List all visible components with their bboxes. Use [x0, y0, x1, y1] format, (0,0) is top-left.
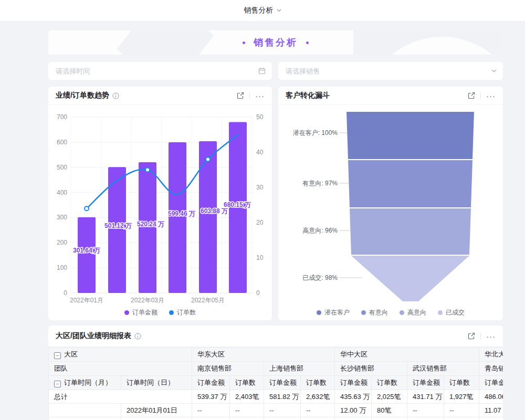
value-cell: -- [230, 404, 264, 417]
value-cell: 2,025笔 [372, 390, 407, 404]
funnel-segment[interactable] [348, 160, 472, 207]
funnel-segment[interactable] [351, 256, 469, 301]
team-name-cell: 青岛销售部 [479, 362, 503, 376]
time-filter-input[interactable] [55, 67, 258, 76]
funnel-segment[interactable] [346, 112, 474, 159]
calendar-icon[interactable] [258, 67, 266, 75]
funnel-chart-svg: 潜在客户: 100%有意向: 97%高意向: 96%已成交: 98% [278, 105, 503, 321]
value-cell: 2,632笔 [301, 390, 335, 404]
amount-header-cell: 订单金额 [335, 376, 372, 390]
sales-filter-select[interactable] [285, 67, 491, 76]
legend-item[interactable]: 已成交 [438, 308, 465, 317]
export-icon[interactable] [468, 92, 475, 99]
amount-header-cell: 订单金额 [479, 376, 503, 390]
day-cell: 2022年01月01日 [121, 404, 192, 417]
legend-label: 订单数 [177, 308, 196, 317]
bar-value-label: 501.12 万 [104, 222, 132, 229]
table-card: 大区/团队业绩明细报表 ··· −大区华东大区华中大区华北大区团队南 [48, 326, 503, 420]
left-axis-tick-label: 100 [57, 264, 67, 271]
navbar-title[interactable]: 销售分析 [244, 6, 274, 15]
count-header-cell: 订单数 [444, 376, 479, 390]
value-cell: 581.82 万 [264, 390, 301, 404]
collapse-icon[interactable]: − [54, 381, 61, 387]
legend-label: 有意向 [369, 308, 388, 317]
chevron-down-icon[interactable] [491, 69, 497, 72]
trend-bar[interactable] [169, 142, 186, 293]
left-axis-tick-label: 400 [57, 189, 67, 196]
chevron-down-icon[interactable] [277, 9, 281, 12]
x-axis-tick-label: 2022年05月 [191, 297, 225, 304]
team-header-cell: 团队 [49, 362, 192, 376]
export-icon[interactable] [237, 92, 244, 99]
x-axis-tick-label: 2022年03月 [131, 297, 164, 304]
legend-dot [317, 310, 321, 315]
value-cell: -- [444, 404, 479, 417]
top-navbar: 销售分析 [0, 0, 525, 22]
value-cell: -- [407, 417, 444, 420]
collapse-icon[interactable]: − [54, 352, 61, 359]
divider [249, 92, 250, 99]
team-name-cell: 南京销售部 [192, 362, 264, 376]
bar-value-label: 520.24 万 [137, 220, 164, 228]
info-icon[interactable] [112, 92, 119, 99]
funnel-card: 客户转化漏斗 ··· 潜在客户: 100%有意向: 97%高意向: 96%已成交… [278, 87, 503, 320]
export-icon[interactable] [468, 332, 475, 340]
value-cell: 435.63 万 [335, 390, 372, 404]
legend-dot [438, 310, 443, 315]
bar-value-label: 599.46 万 [168, 210, 195, 217]
amount-header-cell: 订单金额 [192, 376, 230, 390]
info-icon[interactable] [134, 333, 141, 340]
right-axis-tick-label: 30 [256, 184, 264, 191]
funnel-stage-label: 潜在客户: 100% [293, 129, 338, 136]
legend-item[interactable]: 有意向 [361, 308, 388, 317]
value-cell: 80笔 [372, 404, 407, 417]
left-axis-tick-label: 0 [64, 289, 67, 297]
line-marker[interactable] [206, 157, 210, 161]
trend-bar[interactable] [78, 217, 96, 293]
legend-dot [400, 310, 404, 315]
more-icon[interactable]: ··· [486, 332, 496, 340]
funnel-card-title: 客户转化漏斗 [286, 91, 330, 100]
line-marker[interactable] [145, 168, 150, 172]
value-cell: 486.06 万 [479, 390, 503, 404]
legend-item[interactable]: 订单数 [169, 308, 196, 317]
table-header-row-metric: −订单时间（月）订单时间（日）订单金额订单数订单金额订单数订单金额订单数订单金额… [49, 376, 503, 390]
amount-header-cell: 订单金额 [407, 376, 444, 390]
legend-item[interactable]: 潜在客户 [317, 308, 350, 317]
line-marker[interactable] [85, 206, 89, 211]
divider [480, 333, 481, 340]
table-title: 大区/团队业绩明细报表 [56, 331, 131, 341]
legend-label: 已成交 [446, 308, 465, 317]
more-icon[interactable]: ··· [255, 92, 265, 100]
trend-chart: 0100200300400500600700010203040502022年01… [48, 105, 272, 321]
banner-dot-right [306, 41, 309, 44]
value-cell: -- [264, 417, 301, 420]
count-header-cell: 订单数 [230, 376, 264, 390]
x-axis-tick-label: 2022年01月 [70, 297, 103, 304]
banner-dot-left [243, 41, 245, 44]
more-icon[interactable]: ··· [486, 92, 496, 100]
value-cell: -- [444, 417, 479, 420]
month-cell [49, 404, 121, 417]
legend-dot [124, 310, 129, 315]
trend-bar[interactable] [199, 141, 217, 293]
time-filter[interactable] [48, 62, 272, 80]
month-cell [49, 417, 121, 420]
count-header-cell: 订单数 [301, 376, 335, 390]
dashboard-content: 销售分析 业绩/订单数趋势 [48, 30, 503, 55]
value-cell: 2,403笔 [230, 390, 264, 404]
legend-item[interactable]: 订单金额 [124, 308, 158, 317]
banner-title: 销售分析 [254, 36, 298, 49]
divider [480, 92, 481, 99]
sales-filter[interactable] [278, 62, 503, 80]
legend-item[interactable]: 高意向 [400, 308, 426, 317]
trend-card: 业绩/订单数趋势 ··· 01002003004005 [48, 87, 272, 320]
value-cell: -- [301, 404, 335, 417]
count-header-cell: 订单数 [372, 376, 407, 390]
funnel-segment[interactable] [350, 208, 471, 255]
table-total-row: 总计539.37 万2,403笔581.82 万2,632笔435.63 万2,… [49, 390, 503, 404]
region-name-cell: 华东大区 [192, 348, 335, 362]
month-header-cell: −订单时间（月） [49, 376, 121, 390]
total-label-cell: 总计 [49, 390, 192, 404]
legend-label: 高意向 [407, 308, 426, 317]
